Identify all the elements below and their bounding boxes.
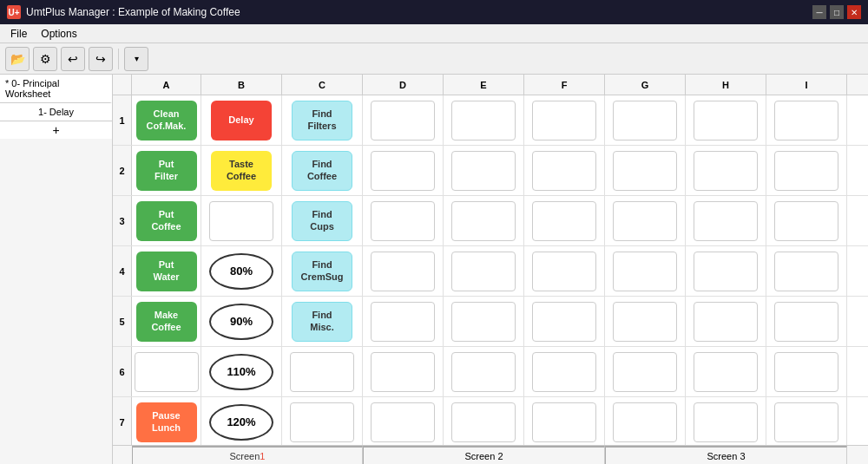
task-put-filter[interactable]: PutFilter: [136, 151, 197, 191]
empty-box: [371, 201, 435, 241]
cell-4i: [766, 246, 847, 296]
cell-6d: [363, 347, 444, 396]
cell-2f: [524, 146, 605, 195]
cell-5i: [766, 297, 847, 346]
cell-5g: [605, 297, 686, 346]
col-header-h: H: [686, 75, 766, 95]
maximize-button[interactable]: □: [830, 5, 844, 19]
cell-2d: [363, 146, 444, 195]
row-num-5: 5: [113, 297, 132, 346]
task-pause-lunch[interactable]: PauseLunch: [136, 402, 197, 442]
empty-box: [532, 402, 596, 442]
cell-7i: [766, 397, 847, 445]
empty-box: [290, 352, 354, 392]
col-header-e: E: [444, 75, 524, 95]
col-header-i: I: [766, 75, 847, 95]
empty-box: [290, 402, 354, 442]
empty-box: [694, 101, 758, 141]
task-120pct[interactable]: 120%: [209, 404, 273, 441]
small-arrow-button[interactable]: ▾: [124, 47, 148, 71]
screen-label-1: Screen 1: [132, 446, 363, 464]
task-80pct[interactable]: 80%: [209, 253, 273, 290]
task-find-filters[interactable]: FindFilters: [292, 101, 352, 141]
empty-box: [774, 302, 838, 342]
empty-box: [451, 302, 516, 342]
screen-labels: Screen 1 Screen 2 Screen 3: [113, 445, 868, 464]
empty-box: [532, 151, 596, 191]
grid-area: A B C D E F G H I 1 CleanCof.Mak. Delay: [113, 75, 868, 464]
sidebar-sub-delay[interactable]: 1- Delay: [0, 103, 112, 121]
task-delay[interactable]: Delay: [211, 101, 272, 141]
task-put-coffee[interactable]: PutCoffee: [136, 201, 197, 241]
task-taste-coffee[interactable]: TasteCoffee: [211, 151, 272, 191]
empty-box: [694, 252, 758, 291]
empty-box: [371, 402, 435, 442]
redo-button[interactable]: ↪: [89, 47, 113, 71]
cell-7g: [605, 397, 686, 445]
cell-5b: 90%: [201, 297, 282, 346]
cell-7d: [363, 397, 444, 445]
empty-box: [694, 302, 758, 342]
empty-box: [532, 201, 596, 241]
cell-5c: FindMisc.: [282, 297, 363, 346]
close-button[interactable]: ✕: [847, 5, 861, 19]
empty-box: [613, 302, 677, 342]
empty-box: [613, 402, 677, 442]
open-folder-button[interactable]: 📂: [5, 47, 30, 71]
empty-box: [532, 252, 596, 291]
cell-3d: [363, 196, 444, 245]
task-find-misc[interactable]: FindMisc.: [292, 302, 352, 342]
sidebar-add-button[interactable]: +: [0, 121, 112, 139]
settings-button[interactable]: ⚙: [33, 47, 57, 71]
task-clean-cofmak[interactable]: CleanCof.Mak.: [136, 101, 197, 141]
cell-7e: [444, 397, 524, 445]
table-row: 6 110%: [113, 347, 868, 397]
task-put-water[interactable]: PutWater: [136, 252, 197, 291]
empty-box: [135, 352, 199, 392]
undo-button[interactable]: ↩: [61, 47, 85, 71]
cell-6e: [444, 347, 524, 396]
sidebar-tab-principal[interactable]: * 0- Principal Worksheet: [0, 75, 112, 103]
empty-box: [613, 352, 677, 392]
row-num-2: 2: [113, 146, 132, 195]
task-find-coffee[interactable]: FindCoffee: [292, 151, 352, 191]
empty-box: [774, 402, 838, 442]
task-find-cups[interactable]: FindCups: [292, 201, 352, 241]
menu-options[interactable]: Options: [34, 26, 83, 42]
column-headers: A B C D E F G H I: [113, 75, 868, 95]
screen1-label: 1: [260, 451, 265, 461]
table-row: 7 PauseLunch 120%: [113, 397, 868, 445]
menu-file[interactable]: File: [3, 26, 34, 42]
empty-box: [371, 101, 435, 141]
minimize-button[interactable]: ─: [812, 5, 826, 19]
empty-box: [694, 151, 758, 191]
cell-4g: [605, 246, 686, 296]
cell-7h: [686, 397, 766, 445]
empty-box: [774, 151, 838, 191]
empty-box: [371, 252, 435, 291]
task-90pct[interactable]: 90%: [209, 304, 273, 340]
cell-1i: [766, 95, 847, 145]
empty-box: [451, 151, 516, 191]
corner-cell: [113, 75, 132, 95]
cell-4b: 80%: [201, 246, 282, 296]
task-110pct[interactable]: 110%: [209, 354, 273, 390]
cell-6i: [766, 347, 847, 396]
screen-label-2: Screen 2: [363, 446, 605, 464]
sidebar-tab-label: * 0- Principal Worksheet: [5, 78, 105, 99]
table-row: 5 MakeCoffee 90% FindMisc.: [113, 297, 868, 347]
empty-box: [209, 201, 273, 241]
table-row: 2 PutFilter TasteCoffee FindCoffee: [113, 146, 868, 196]
empty-box: [451, 352, 516, 392]
row-num-4: 4: [113, 246, 132, 296]
empty-box: [532, 302, 596, 342]
toolbar-separator: [118, 49, 119, 69]
col-header-a: A: [132, 75, 201, 95]
task-find-cremsug[interactable]: FindCremSug: [292, 252, 352, 291]
cell-5a: MakeCoffee: [132, 297, 201, 346]
empty-box: [371, 302, 435, 342]
empty-box: [613, 201, 677, 241]
table-row: 3 PutCoffee FindCups: [113, 196, 868, 246]
cell-6a: [132, 347, 201, 396]
task-make-coffee[interactable]: MakeCoffee: [136, 302, 197, 342]
